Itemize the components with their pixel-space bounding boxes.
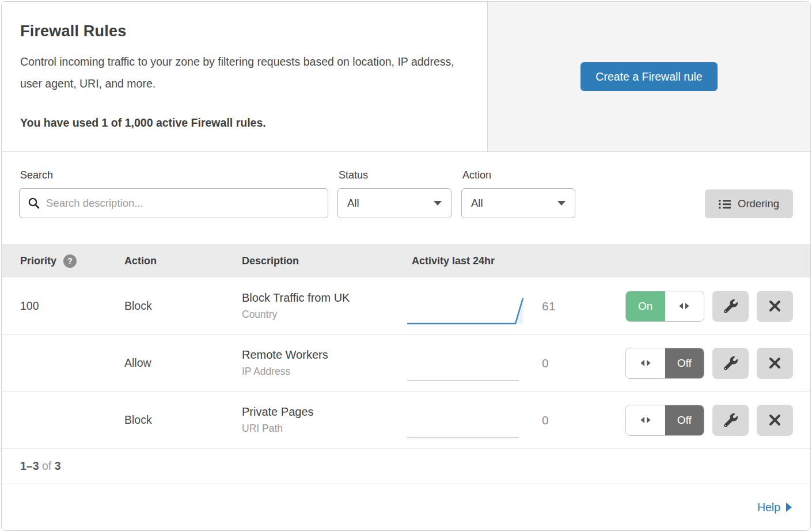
arrow-right-icon	[786, 503, 792, 512]
pagination-of: of	[42, 459, 51, 473]
column-description: Description	[242, 255, 406, 267]
status-select-value: All	[347, 197, 359, 210]
delete-rule-button[interactable]	[757, 348, 793, 379]
delete-rule-button[interactable]	[757, 291, 793, 322]
toggle-off-label: Off	[665, 348, 704, 378]
left-right-arrows-icon	[626, 405, 665, 435]
header-text-block: Firewall Rules Control incoming traffic …	[2, 2, 487, 151]
edit-rule-button[interactable]	[712, 405, 749, 436]
activity-sparkline	[406, 392, 527, 449]
column-activity: Activity last 24hr	[406, 255, 793, 267]
action-select[interactable]: All	[461, 188, 575, 218]
column-priority-label: Priority	[20, 255, 56, 267]
edit-rule-button[interactable]	[712, 348, 749, 379]
x-icon	[769, 357, 781, 369]
ordering-button-label: Ordering	[738, 197, 779, 210]
action-label: Action	[461, 169, 575, 181]
status-select[interactable]: All	[337, 188, 451, 218]
table-row: Allow Remote Workers IP Address 0 Off	[2, 335, 810, 392]
rule-enabled-toggle[interactable]: Off	[625, 348, 704, 379]
search-box[interactable]	[19, 188, 328, 218]
rule-name: Block Traffic from UK	[242, 291, 406, 305]
rule-type: Country	[242, 309, 406, 321]
left-right-arrows-icon	[665, 291, 704, 321]
table-header: Priority ? Action Description Activity l…	[2, 244, 810, 278]
table-row: Block Private Pages URI Path 0 Off	[2, 392, 810, 449]
rule-description: Block Traffic from UK Country	[242, 291, 406, 321]
wrench-icon	[724, 299, 738, 313]
wrench-icon	[724, 356, 738, 370]
page-description: Control incoming traffic to your zone by…	[20, 51, 464, 94]
action-filter: Action All	[461, 169, 575, 244]
chevron-down-icon	[434, 201, 442, 206]
help-link-label: Help	[757, 501, 780, 514]
activity-count: 61	[527, 299, 593, 313]
status-filter: Status All	[337, 169, 451, 244]
delete-rule-button[interactable]	[757, 405, 793, 436]
ordering-wrap: Ordering	[585, 169, 793, 244]
left-right-arrows-icon	[626, 348, 665, 378]
rule-action: Block	[124, 413, 242, 427]
activity-sparkline	[406, 335, 527, 392]
rule-type: URI Path	[242, 423, 406, 435]
rule-enabled-toggle[interactable]: Off	[625, 405, 704, 436]
rule-enabled-toggle[interactable]: On	[625, 291, 704, 322]
search-input[interactable]	[46, 197, 320, 210]
rule-type: IP Address	[242, 366, 406, 378]
rule-description: Remote Workers IP Address	[242, 348, 406, 378]
column-priority: Priority ?	[20, 254, 124, 268]
rule-action: Block	[124, 299, 242, 313]
rule-controls: Off	[593, 405, 793, 436]
usage-note: You have used 1 of 1,000 active Firewall…	[20, 116, 464, 130]
pagination-range: 1–3	[20, 459, 39, 473]
filter-bar: Search Status All Action All	[2, 152, 810, 244]
edit-rule-button[interactable]	[712, 291, 749, 322]
search-icon	[28, 197, 40, 210]
toggle-off-label: Off	[665, 405, 704, 435]
search-filter: Search	[19, 169, 328, 244]
page-title: Firewall Rules	[20, 22, 464, 40]
pagination-total: 3	[55, 459, 61, 473]
rule-controls: On	[593, 291, 793, 322]
rule-description: Private Pages URI Path	[242, 405, 406, 435]
x-icon	[769, 414, 781, 426]
header-action-panel: Create a Firewall rule	[487, 2, 810, 151]
activity-count: 0	[527, 413, 593, 427]
rule-priority: 100	[20, 299, 124, 313]
chevron-down-icon	[557, 201, 566, 206]
priority-help-icon[interactable]: ?	[63, 254, 77, 268]
activity-count: 0	[527, 356, 593, 370]
x-icon	[769, 300, 781, 312]
search-label: Search	[19, 169, 328, 181]
header-section: Firewall Rules Control incoming traffic …	[2, 2, 810, 152]
create-firewall-rule-button[interactable]: Create a Firewall rule	[580, 62, 717, 91]
list-icon	[719, 199, 731, 209]
rule-controls: Off	[593, 348, 793, 379]
help-link[interactable]: Help	[757, 501, 792, 514]
ordering-button[interactable]: Ordering	[705, 189, 793, 218]
table-row: 100 Block Block Traffic from UK Country …	[2, 278, 810, 335]
column-action: Action	[124, 255, 242, 267]
action-select-value: All	[471, 197, 483, 210]
help-row: Help	[2, 484, 810, 530]
rule-name: Remote Workers	[242, 348, 406, 362]
pagination: 1–3 of 3	[2, 449, 810, 484]
rule-name: Private Pages	[242, 405, 406, 419]
activity-sparkline	[406, 278, 527, 335]
firewall-rules-card: Firewall Rules Control incoming traffic …	[1, 1, 811, 531]
status-label: Status	[337, 169, 451, 181]
rule-action: Allow	[124, 356, 242, 370]
toggle-on-label: On	[626, 291, 665, 321]
wrench-icon	[724, 413, 738, 427]
